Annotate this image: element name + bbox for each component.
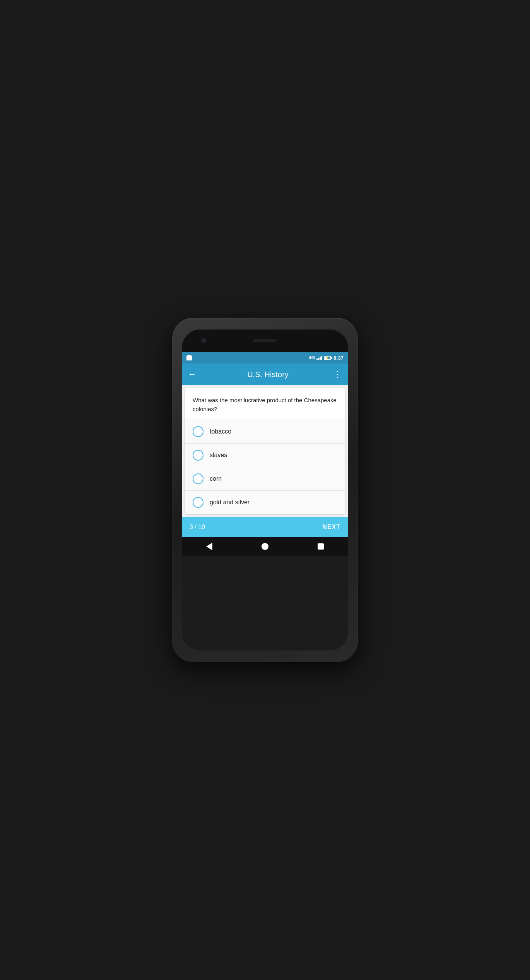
- status-right: 4G ⚡ 8:37: [309, 355, 344, 361]
- answer-option-slaves[interactable]: slaves: [185, 444, 345, 467]
- back-button[interactable]: ←: [188, 369, 197, 379]
- answer-option-tobacco[interactable]: tobacco: [185, 420, 345, 444]
- question-card: What was the most lucrative product of t…: [185, 388, 345, 514]
- content-area: What was the most lucrative product of t…: [182, 385, 348, 517]
- next-button[interactable]: NEXT: [322, 524, 340, 531]
- signal-bar-2: [318, 358, 319, 360]
- status-left: [186, 355, 192, 360]
- radio-tobacco[interactable]: [193, 426, 203, 437]
- recents-square-icon: [318, 543, 324, 550]
- signal-bar-1: [316, 359, 318, 360]
- camera-icon: [201, 338, 207, 343]
- progress-text: 3 / 10: [190, 524, 205, 531]
- signal-label: 4G: [309, 355, 315, 360]
- radio-gold[interactable]: [193, 497, 203, 508]
- answer-text-corn: corn: [210, 475, 222, 482]
- android-nav-bar: [182, 537, 348, 556]
- back-triangle-icon: [206, 543, 212, 550]
- answer-option-corn[interactable]: corn: [185, 467, 345, 491]
- speaker: [253, 339, 277, 342]
- android-home-button[interactable]: [262, 543, 268, 550]
- overflow-menu-button[interactable]: ⋮: [333, 369, 342, 379]
- status-bar: 4G ⚡ 8:37: [182, 352, 348, 364]
- top-bezel: [182, 330, 348, 352]
- answer-text-slaves: slaves: [210, 452, 227, 459]
- signal-bars: [316, 355, 322, 360]
- home-circle-icon: [262, 543, 268, 550]
- screen-content: What was the most lucrative product of t…: [182, 385, 348, 556]
- answer-text-tobacco: tobacco: [210, 428, 231, 435]
- android-recents-button[interactable]: [318, 543, 324, 550]
- signal-bar-4: [321, 356, 322, 360]
- radio-corn[interactable]: [193, 473, 203, 484]
- answer-text-gold: gold and silver: [210, 499, 250, 506]
- phone-device: 4G ⚡ 8:37 ← U.S. Hi: [172, 318, 358, 662]
- android-back-button[interactable]: [206, 543, 212, 550]
- time-display: 8:37: [333, 355, 344, 361]
- question-text: What was the most lucrative product of t…: [185, 388, 345, 420]
- sim-icon: [186, 355, 192, 360]
- quiz-footer: 3 / 10 NEXT: [182, 517, 348, 537]
- battery-icon: ⚡: [324, 356, 332, 360]
- answer-option-gold[interactable]: gold and silver: [185, 491, 345, 514]
- app-title: U.S. History: [203, 370, 333, 379]
- signal-bar-3: [320, 357, 321, 360]
- app-bar: ← U.S. History ⋮: [182, 364, 348, 385]
- radio-slaves[interactable]: [193, 450, 203, 461]
- phone-screen: 4G ⚡ 8:37 ← U.S. Hi: [182, 330, 348, 650]
